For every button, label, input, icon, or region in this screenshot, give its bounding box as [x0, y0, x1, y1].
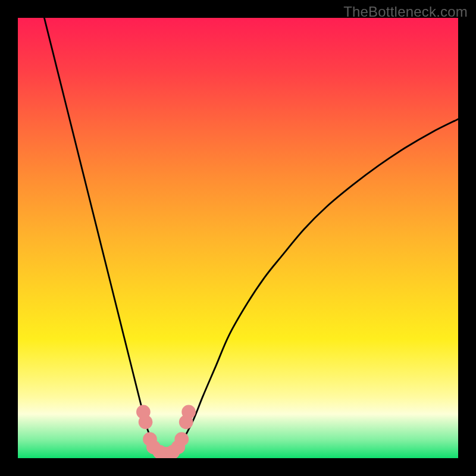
plot-area	[18, 18, 458, 458]
cluster-marker	[181, 405, 196, 419]
curve-right	[168, 119, 458, 458]
curve-layer	[18, 18, 458, 458]
cluster-marker	[139, 415, 153, 429]
cluster-marker	[174, 432, 189, 446]
curve-left	[44, 18, 167, 458]
chart-stage: TheBottleneck.com	[0, 0, 476, 476]
